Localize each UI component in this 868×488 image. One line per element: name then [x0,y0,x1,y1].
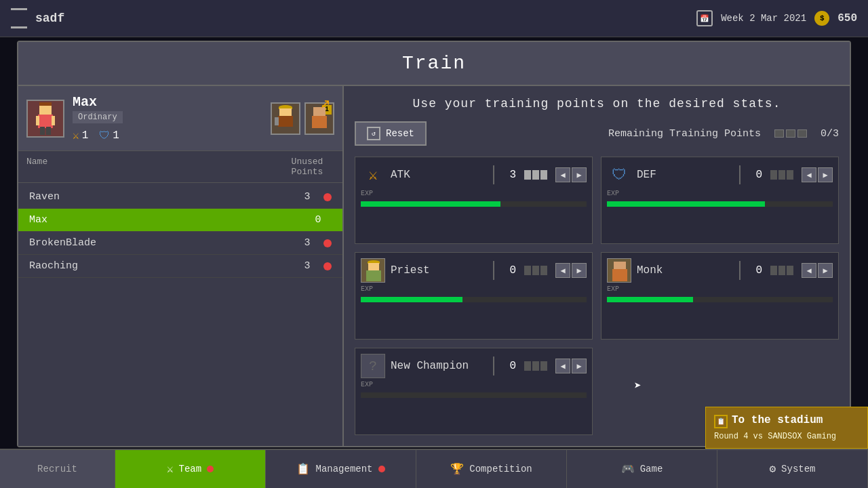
divider [493,165,494,184]
nav-competition-button[interactable]: 🏆 Competition [416,450,567,488]
shield-icon-def: 🛡 [612,166,627,184]
divider [739,165,741,184]
monk-stat-value: 0 [749,264,762,277]
newchamp-pip-1 [524,361,531,371]
priest-exp-fill [361,297,462,302]
character-list-item-raven[interactable]: Raven 3 [18,186,342,209]
reset-button[interactable]: ↺ Reset [355,121,427,146]
priest-stat-icon [361,258,385,283]
team-label: Team [179,464,202,474]
coin-icon: $ [814,11,829,26]
point-pip-2 [786,129,795,138]
stat-block-monk: Monk 0 ◀ ▶ EXP [601,252,839,340]
def-pips [770,170,793,180]
nav-management-button[interactable]: 📋 Management [266,450,416,488]
newchamp-increase-button[interactable]: ▶ [572,359,587,373]
atk-pip-3 [540,170,547,180]
management-icon: 📋 [296,462,310,476]
character-list-item-raoching[interactable]: Raoching 3 [18,255,342,278]
stat-priest-inner: Priest 0 ◀ ▶ [355,253,592,285]
monk-exp-bar [607,297,833,302]
atk-decrease-button[interactable]: ◀ [555,167,570,182]
stat-block-atk: ⚔ ATK 3 ◀ ▶ [355,157,593,244]
character-portrait [26,100,64,138]
reset-label: Reset [386,128,414,139]
priest-decrease-button[interactable]: ◀ [555,263,570,278]
topbar-title: sadf [35,12,64,25]
management-notification-dot [378,466,385,472]
unused-dot-brokenblade [323,239,332,247]
menu-icon[interactable] [11,8,27,28]
monk-exp-label: EXP [601,285,838,294]
priest-pips [524,266,547,275]
character-list-item-max[interactable]: Max 0 [18,209,342,232]
character-points-raoching: 3 [294,260,321,272]
priest-stat-value: 0 [502,264,516,277]
atk-arrows: ◀ ▶ [555,167,587,182]
atk-pip-1 [524,170,531,180]
priest-increase-button[interactable]: ▶ [572,263,587,278]
nav-game-button[interactable]: 🎮 Game [567,450,717,488]
notification-icon: 📋 [714,415,728,428]
priest-arrows: ◀ ▶ [555,263,587,278]
priest-stat-name: Priest [391,264,485,277]
atk-increase-button[interactable]: ▶ [572,167,587,182]
atk-pips [524,170,547,180]
monk-decrease-button[interactable]: ◀ [802,263,816,278]
atk-stat: ⚔ 1 [73,129,88,142]
newchamp-pip-2 [532,361,539,371]
def-pip-2 [778,170,785,180]
def-stat: 🛡 1 [99,129,119,142]
controls-row: ↺ Reset Remaining Training Points 0/3 [355,121,839,146]
stat-block-def: 🛡 DEF 0 ◀ ▶ [601,157,839,244]
def-stat-icon: 🛡 [607,163,631,187]
def-stat-name: DEF [637,169,731,181]
def-exp-bar [607,201,833,207]
notification-title: To the stadium [732,414,823,426]
newchamp-exp-label: EXP [355,381,592,390]
stat-newchamp-inner: ? New Champion 0 ◀ ▶ [355,348,592,381]
monk-stat-name: Monk [637,264,731,277]
shield-icon: 🛡 [99,129,110,142]
character-rarity: Ordinary [73,111,123,123]
modal-body: Max Ordinary ⚔ 1 🛡 1 [18,86,850,446]
sword-icon: ⚔ [73,129,79,142]
nav-system-button[interactable]: ⚙ System [717,450,868,488]
character-list-item-brokenblade[interactable]: BrokenBlade 3 [18,232,342,255]
nav-team-button[interactable]: ⚔ Team [115,450,266,488]
character-info: Max Ordinary ⚔ 1 🛡 1 [73,94,262,142]
game-icon: 🎮 [621,462,635,476]
character-name-raoching: Raoching [29,260,294,272]
stat-atk-inner: ⚔ ATK 3 ◀ ▶ [355,157,592,190]
instruction-text: Use your training points on the desired … [355,97,839,110]
competition-label: Competition [469,464,532,474]
notification-panel[interactable]: 📋 To the stadium Round 4 vs SANDSOX Gami… [705,407,868,449]
selected-character-panel: Max Ordinary ⚔ 1 🛡 1 [18,86,342,151]
def-decrease-button[interactable]: ◀ [802,167,816,182]
divider [493,357,494,375]
newchamp-stat-value: 0 [502,360,516,372]
mini-portrait-1[interactable] [271,102,300,135]
atk-stat-name: ATK [391,169,485,181]
system-icon: ⚙ [769,462,776,476]
reset-icon: ↺ [367,127,380,140]
team-notification-dot [207,466,214,472]
monk-pip-3 [787,266,793,275]
character-name-max: Max [29,214,304,226]
character-name-raven: Raven [29,191,294,203]
def-exp-fill [607,201,765,207]
monk-increase-button[interactable]: ▶ [818,263,833,278]
priest-exp-label: EXP [355,285,592,294]
newchamp-stat-icon: ? [361,354,385,378]
newchamp-decrease-button[interactable]: ◀ [555,359,570,373]
divider [739,261,741,280]
recruit-button[interactable]: Recruit [0,450,115,488]
left-panel: Max Ordinary ⚔ 1 🛡 1 [18,86,344,446]
character-points-raven: 3 [294,191,321,203]
character-points-brokenblade: 3 [294,237,321,249]
expand-arrow-button[interactable]: ↗ [315,94,334,113]
monk-stat-icon [607,258,631,283]
def-increase-button[interactable]: ▶ [818,167,833,182]
def-pip-3 [787,170,793,180]
name-column-header: Name [26,157,280,177]
